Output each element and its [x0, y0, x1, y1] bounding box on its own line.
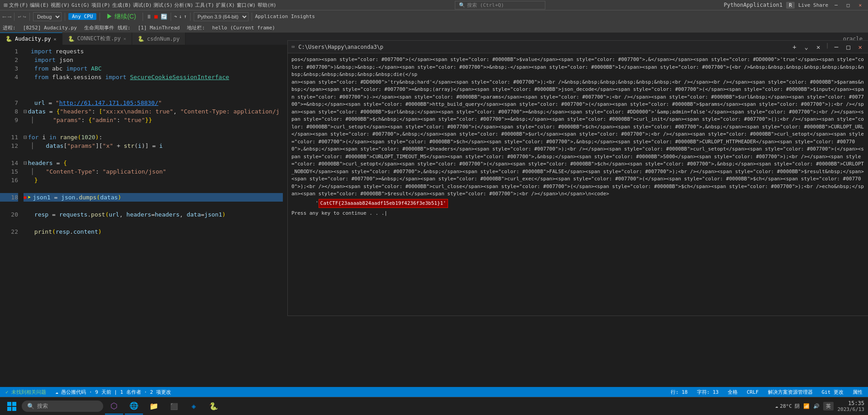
status-solution-explorer[interactable]: 解决方案资源管理器: [766, 389, 815, 396]
line-num-11: 11: [0, 133, 18, 141]
toolbar-icon-back[interactable]: ⟵: [3, 14, 6, 20]
thread-value[interactable]: [1] MainThread: [134, 24, 183, 31]
status-git-changes[interactable]: Git 更改: [820, 389, 846, 396]
toolbar-icon-pause[interactable]: ⏸: [146, 14, 152, 20]
step-into-icon[interactable]: ↓: [179, 14, 182, 19]
code-line-22: print(resp.content): [24, 227, 283, 236]
tab-connect[interactable]: 🐍 CONNECT检查.py ✕: [62, 33, 132, 45]
kw-import-4: import: [105, 74, 126, 80]
kw-from-2: from: [34, 74, 48, 80]
toolbar-sep-1: [14, 13, 14, 21]
app-insights-btn[interactable]: Application Insights: [255, 14, 315, 19]
process-value[interactable]: [8252] Audacity.py: [19, 24, 81, 31]
toolbar-icon-redo[interactable]: ↪: [23, 14, 26, 20]
taskbar-app-edge[interactable]: 🌐: [125, 398, 143, 415]
menu-test[interactable]: 测试(S): [153, 2, 172, 9]
taskbar-search[interactable]: 🔍 搜索: [22, 401, 103, 412]
terminal-chevron-btn[interactable]: ⌄: [802, 42, 811, 52]
step-over-icon[interactable]: ↷: [174, 14, 177, 19]
taskbar-app-python[interactable]: 🐍: [205, 398, 223, 415]
toolbar-icon-stop[interactable]: ⏹: [153, 14, 159, 20]
start-button[interactable]: [4, 398, 20, 415]
menu-analyze[interactable]: 分析(N): [174, 2, 193, 9]
toolbar-icon-undo[interactable]: ↩: [18, 14, 21, 20]
python-version-select[interactable]: Python 3.9 (64-bit): [194, 12, 248, 21]
python-file-icon: 🐍: [5, 36, 12, 42]
str-headers: "headers": [60, 107, 91, 116]
collapse-14[interactable]: ⊟: [24, 159, 27, 167]
terminal-add-btn[interactable]: +: [790, 42, 799, 52]
run-button[interactable]: ▶ 继续(C): [103, 11, 139, 22]
code-editor[interactable]: 1 2 3 4 7 8 9 11 12 14 15 16 18 20: [0, 45, 283, 276]
terminal-maximize-btn[interactable]: □: [844, 42, 853, 52]
code-content[interactable]: import requests import json from abc imp…: [22, 45, 283, 276]
code-line-14: ⊟ headers = {: [24, 159, 283, 167]
menu-build[interactable]: 生成(B): [112, 2, 131, 9]
minimize-btn[interactable]: ─: [832, 1, 840, 9]
python-file-icon-3: 🐍: [138, 36, 144, 42]
taskbar-app-vscode[interactable]: ◈: [185, 398, 203, 415]
user-initial[interactable]: R: [786, 2, 795, 9]
taskbar-clock[interactable]: 15:35 2023/6/13: [837, 400, 864, 412]
terminal-content[interactable]: pos</span><span style="color: #007700">(…: [288, 53, 868, 316]
collapse-11[interactable]: ⊟: [24, 133, 27, 141]
code-line-18: ● ➤ json1 = json.dumps(datas): [24, 193, 283, 202]
search-bar[interactable]: 🔍 搜索 (Ctrl+Q): [455, 1, 545, 9]
toolbar-sep-7: [190, 13, 191, 21]
windows-taskbar: 🔍 搜索 ⬡ 🌐 📁 ⬛ ◈ 🐍 ☁ 28°C 阴 📶 🔊 英 15:35 20…: [0, 397, 868, 415]
menu-debug[interactable]: 调试(D): [133, 2, 152, 9]
taskbar-time-display: 15:35: [837, 400, 864, 406]
tab-connect-close[interactable]: ✕: [124, 36, 126, 41]
line-num-3: 3: [0, 64, 18, 73]
status-all[interactable]: 全格: [726, 389, 739, 396]
taskbar-date-display: 2023/6/13: [837, 406, 864, 412]
taskbar-app-files[interactable]: 📁: [145, 398, 163, 415]
maximize-btn[interactable]: □: [844, 1, 853, 9]
close-btn[interactable]: ✕: [856, 1, 864, 9]
tab-audacity-close[interactable]: ✕: [53, 37, 56, 42]
tab-audacity-label: Audacity.py: [15, 36, 51, 42]
menu-project[interactable]: 项目(P): [91, 2, 110, 9]
taskbar-app-terminal[interactable]: ⬛: [165, 398, 183, 415]
mod-abc: abc: [52, 65, 62, 72]
status-row[interactable]: 行: 18: [669, 389, 690, 396]
title-bar: ⊞ 文件(F) 编辑(E) 视图(V) Git(G) 项目(P) 生成(B) 调…: [0, 0, 868, 10]
menu-window[interactable]: 窗口(W): [237, 2, 256, 9]
line-num-15: 15: [0, 167, 18, 176]
menu-git[interactable]: Git(G): [72, 2, 90, 8]
status-no-problems[interactable]: ✓ 未找到相关问题: [4, 389, 48, 396]
step-out-icon[interactable]: ↑: [184, 14, 187, 19]
menu-file[interactable]: 文件(F): [9, 2, 28, 9]
terminal-close-tab-btn[interactable]: ✕: [814, 42, 823, 52]
code-line-9: │ "params": {"admin": "true"}}: [24, 116, 283, 124]
menu-view[interactable]: 视图(V): [51, 2, 70, 9]
str-url: "http://61.147.171.105:58830/": [56, 99, 162, 106]
toolbar-icon-forward[interactable]: ⟶: [8, 14, 11, 20]
status-properties[interactable]: 属性: [851, 389, 864, 396]
tab-audacity[interactable]: 🐍 Audacity.py ✕: [0, 33, 62, 45]
line-num-5: [0, 81, 18, 90]
status-col[interactable]: 字符: 13: [695, 389, 721, 396]
debug-select[interactable]: Debug: [33, 12, 62, 21]
files-icon: 📁: [149, 402, 158, 410]
menu-help[interactable]: 帮助(H): [258, 2, 277, 9]
terminal-close-btn[interactable]: ✕: [856, 42, 865, 52]
live-share-btn[interactable]: Live Share: [798, 2, 828, 8]
line-num-4: 4: [0, 73, 18, 81]
terminal-minimize-btn[interactable]: ─: [832, 42, 841, 52]
taskbar-language[interactable]: 英: [823, 402, 834, 410]
var-i: i: [42, 133, 46, 141]
menu-tools[interactable]: 工具(T): [195, 2, 214, 9]
status-git[interactable]: ☁ 愚公搬代码 · 9 天前 | 1 名作者 · 2 项更改: [53, 389, 173, 396]
toolbar-icon-restart[interactable]: 🔄: [161, 14, 167, 20]
location-value[interactable]: hello (Current frame): [209, 24, 279, 31]
collapse-8[interactable]: ⊟: [24, 107, 27, 116]
toolbar-sep-5: [143, 13, 143, 21]
tab-csdn[interactable]: 🐍 csdnNum.py: [132, 33, 186, 45]
menu-extensions[interactable]: 扩展(X): [216, 2, 235, 9]
lifecycle-label[interactable]: 生命周期事件: [84, 24, 114, 31]
cpu-label[interactable]: Any CPU: [68, 13, 96, 20]
status-encoding[interactable]: CRLF: [745, 389, 761, 395]
taskbar-app-vs[interactable]: ⬡: [105, 398, 123, 415]
menu-edit[interactable]: 编辑(E): [30, 2, 49, 9]
